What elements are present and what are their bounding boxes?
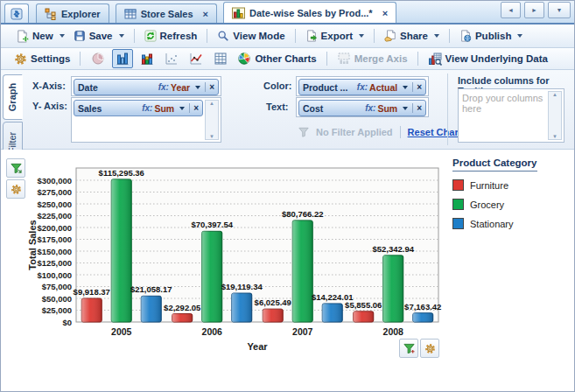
bar-shading xyxy=(292,220,312,322)
line-chart-type-button[interactable] xyxy=(186,49,207,68)
view-underlying-data-label: View Underlying Data xyxy=(445,53,548,64)
tab-datewise-sales[interactable]: Date-wise Sales by Prod...* × xyxy=(223,2,396,23)
save-button[interactable]: Save xyxy=(69,28,129,44)
legend-item-furniture[interactable]: Furniture xyxy=(452,179,537,191)
tab-explorer[interactable]: Explorer xyxy=(36,4,109,23)
x-tick-label: 2006 xyxy=(202,326,223,337)
close-icon[interactable]: × xyxy=(203,9,208,19)
chevron-down-icon xyxy=(517,34,522,38)
new-document-icon xyxy=(16,30,29,43)
refresh-icon xyxy=(144,30,157,42)
pivot-table-type-button[interactable] xyxy=(210,49,231,68)
settings-label: Settings xyxy=(31,53,70,64)
y-axis-label: Y- Axis: xyxy=(32,101,67,111)
chart-settings-button[interactable] xyxy=(6,179,25,199)
refresh-button[interactable]: Refresh xyxy=(140,28,202,44)
data-label: $115,295.36 xyxy=(99,168,144,178)
y-tick-label: $125,000 xyxy=(37,258,72,268)
y-axis-title: Total Sales xyxy=(27,220,38,270)
add-filter-button[interactable] xyxy=(399,339,418,358)
chart-options-button[interactable] xyxy=(420,339,439,358)
bar-shading xyxy=(111,179,131,322)
tab-list-menu-button[interactable]: ▼ xyxy=(548,2,571,18)
tooltip-scrollbar[interactable]: ▲ ▼ xyxy=(548,91,562,140)
settings-button[interactable]: Settings xyxy=(10,51,74,67)
y-tick-label: $0 xyxy=(62,318,72,327)
tooltip-dropzone[interactable]: Drop your columns here ▲ ▼ xyxy=(458,88,564,143)
text-field-pill[interactable]: Cost fx: Sum × xyxy=(298,100,426,116)
chevron-down-icon[interactable] xyxy=(195,86,200,89)
bar-shading xyxy=(141,296,161,322)
no-filter-applied-label: No Filter Applied xyxy=(316,127,393,137)
gear-icon xyxy=(14,52,27,66)
field-name: Cost xyxy=(303,103,363,114)
chevron-down-icon[interactable] xyxy=(403,107,408,110)
export-icon xyxy=(305,30,318,42)
tab-scroll-right-button[interactable]: ► xyxy=(524,2,544,18)
toolbar-divider xyxy=(134,29,135,43)
x-axis-field-pill[interactable]: Date fx: Year × xyxy=(74,79,219,95)
text-dropzone[interactable]: Cost fx: Sum × xyxy=(296,97,429,117)
legend-item-stationary[interactable]: Stationary xyxy=(452,218,537,229)
table-icon xyxy=(124,8,137,20)
save-label: Save xyxy=(89,31,113,41)
home-tab[interactable] xyxy=(4,4,29,23)
graph-tab-label: Graph xyxy=(8,83,18,111)
data-label: $52,342.94 xyxy=(372,244,414,254)
data-label: $7,163.42 xyxy=(404,302,441,312)
y-tick-label: $175,000 xyxy=(37,234,72,244)
reset-chart-link[interactable]: Reset Chart xyxy=(408,127,462,137)
y-axis-field-pill[interactable]: Sales fx: Sum × xyxy=(74,100,203,116)
data-label: $5,855.06 xyxy=(345,300,382,310)
bar-chart-type-button[interactable] xyxy=(112,49,133,68)
x-axis-dropzone[interactable]: Date fx: Year × xyxy=(71,76,221,96)
y-axis-dropzone[interactable]: Sales fx: Sum × ▲ ▼ xyxy=(71,97,221,143)
toolbar-divider xyxy=(295,29,296,43)
pie-chart-type-button[interactable] xyxy=(88,49,109,68)
toolbar-divider xyxy=(374,29,375,43)
close-icon[interactable]: × xyxy=(382,8,388,18)
toolbar-divider xyxy=(80,52,81,66)
toolbar-divider xyxy=(326,52,327,66)
remove-field-icon[interactable]: × xyxy=(412,103,422,113)
chevron-down-icon[interactable] xyxy=(403,86,408,89)
publish-button[interactable]: Publish xyxy=(455,28,528,44)
tab-store-sales[interactable]: Store Sales × xyxy=(116,4,217,23)
remove-field-icon[interactable]: × xyxy=(412,82,422,92)
scroll-up-icon[interactable]: ▲ xyxy=(209,101,214,106)
bar-shading xyxy=(172,314,193,322)
chart-canvas-area: $0$25,000$50,000$75,000$100,000$125,000$… xyxy=(1,150,574,391)
share-button[interactable]: Share xyxy=(380,28,444,44)
y-axis-scrollbar[interactable]: ▲ ▼ xyxy=(205,100,219,140)
other-charts-button[interactable]: Other Charts xyxy=(233,50,320,67)
scatter-chart-type-button[interactable] xyxy=(161,49,182,68)
view-mode-button[interactable]: View Mode xyxy=(213,28,289,44)
legend-item-grocery[interactable]: Grocery xyxy=(452,199,537,210)
bar-shading xyxy=(383,256,403,322)
tooltip-placeholder: Drop your columns here xyxy=(460,91,562,116)
tab-scroll-left-button[interactable]: ◄ xyxy=(501,2,521,18)
scroll-up-icon[interactable]: ▲ xyxy=(552,92,557,97)
stacked-bar-chart-type-button[interactable] xyxy=(137,49,158,68)
scroll-down-icon[interactable]: ▼ xyxy=(552,134,557,139)
share-label: Share xyxy=(400,31,428,41)
scroll-down-icon[interactable]: ▼ xyxy=(209,134,214,139)
export-button[interactable]: Export xyxy=(301,28,368,44)
filter-funnel-icon xyxy=(11,163,22,174)
data-label: $2,292.05 xyxy=(164,303,201,312)
chevron-down-icon[interactable] xyxy=(179,107,185,110)
view-underlying-data-button[interactable]: View Underlying Data xyxy=(424,50,552,67)
tab-label: Date-wise Sales by Prod...* xyxy=(249,8,373,18)
color-field-pill[interactable]: Product ... fx: Actual × xyxy=(298,79,426,95)
filter-shortcut-button[interactable] xyxy=(6,158,25,178)
view-mode-label: View Mode xyxy=(233,31,284,41)
new-button[interactable]: New xyxy=(11,28,69,45)
chevron-down-icon xyxy=(434,34,439,38)
field-name: Product ... xyxy=(303,82,355,93)
bar-shading xyxy=(202,231,222,322)
remove-field-icon[interactable]: × xyxy=(189,103,199,113)
merge-axis-button[interactable]: Merge Axis xyxy=(333,50,412,67)
color-dropzone[interactable]: Product ... fx: Actual × xyxy=(296,76,429,96)
remove-field-icon[interactable]: × xyxy=(205,82,214,92)
tab-graph[interactable]: Graph xyxy=(3,74,23,120)
